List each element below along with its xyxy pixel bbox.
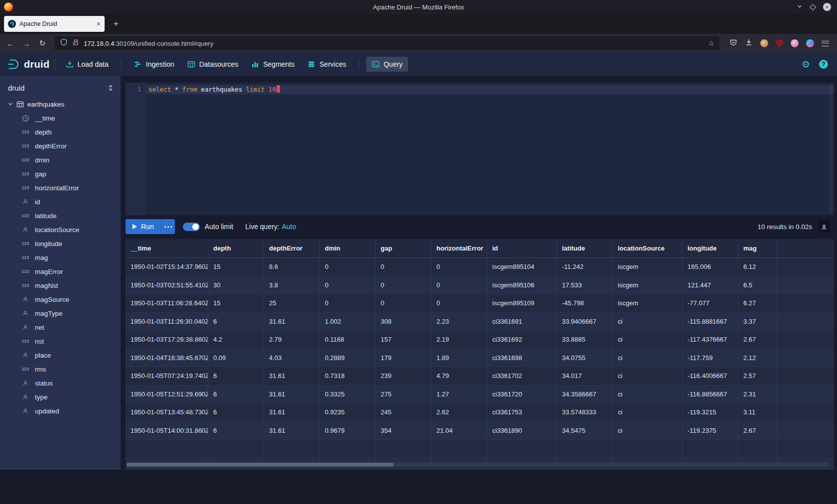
result-cell[interactable]: ci [613, 385, 683, 403]
result-cell[interactable]: 245 [376, 403, 431, 421]
result-cell[interactable]: 0 [320, 258, 376, 276]
result-cell[interactable]: -117.759 [683, 349, 738, 367]
result-cell[interactable]: 31.61 [264, 313, 320, 331]
window-close-icon[interactable]: × [823, 3, 831, 11]
column-gap[interactable]: 123gap [0, 167, 121, 181]
result-cell[interactable]: 31.61 [264, 403, 320, 421]
help-icon[interactable] [819, 60, 828, 69]
insecure-lock-icon[interactable] [72, 38, 80, 48]
result-cell[interactable]: 33.5748333 [557, 403, 613, 421]
result-cell[interactable]: 6 [208, 422, 264, 440]
result-cell[interactable]: 25 [264, 294, 320, 312]
result-cell[interactable]: 239 [376, 367, 431, 385]
result-cell[interactable]: 1950-01-03T11:26:30.040Z [126, 313, 208, 331]
scrollbar-thumb[interactable] [127, 463, 394, 467]
column-header-gap[interactable]: gap [376, 239, 431, 257]
result-cell[interactable]: 2.23 [431, 313, 487, 331]
result-cell[interactable]: ci [613, 349, 683, 367]
result-cell[interactable]: ci [613, 313, 683, 331]
result-cell[interactable]: 0 [376, 294, 431, 312]
result-cell[interactable]: 0 [431, 294, 487, 312]
column-magType[interactable]: AmagType [0, 306, 121, 320]
live-query-value[interactable]: Auto [282, 223, 296, 231]
result-cell[interactable]: 2.19 [431, 331, 487, 349]
column-header-depth[interactable]: depth [208, 239, 264, 257]
column-__time[interactable]: __time [0, 111, 121, 125]
result-cell[interactable]: 33.8885 [557, 331, 613, 349]
result-cell[interactable]: 30 [208, 276, 264, 294]
column-dmin[interactable]: 123dmin [0, 153, 121, 167]
result-cell[interactable]: 2.57 [738, 367, 777, 385]
nav-load-data[interactable]: Load data [60, 57, 114, 72]
result-cell[interactable]: 354 [376, 422, 431, 440]
column-type[interactable]: Atype [0, 390, 121, 404]
result-cell[interactable]: 121.447 [683, 276, 738, 294]
result-cell[interactable]: 6 [208, 367, 264, 385]
result-cell[interactable]: 1950-01-05T12:51:29.690Z [126, 385, 208, 403]
result-cell[interactable]: iscgem895109 [487, 294, 557, 312]
extension-b-icon[interactable] [791, 39, 799, 47]
column-header-__time[interactable]: __time [126, 239, 208, 257]
column-header-mag[interactable]: mag [738, 239, 777, 257]
result-cell[interactable]: 4.2 [208, 331, 264, 349]
result-cell[interactable]: 31.61 [264, 385, 320, 403]
window-maximize-icon[interactable] [810, 4, 816, 10]
result-cell[interactable]: 0 [376, 258, 431, 276]
result-cell[interactable]: 2.67 [738, 331, 777, 349]
column-header-id[interactable]: id [487, 239, 557, 257]
result-cell[interactable]: 1.002 [320, 313, 376, 331]
column-horizontalError[interactable]: 123horizontalError [0, 181, 121, 195]
column-header-latitude[interactable]: latitude [557, 239, 613, 257]
result-cell[interactable]: 2.67 [738, 422, 777, 440]
result-cell[interactable]: ci [613, 403, 683, 421]
result-cell[interactable]: 0.2889 [320, 349, 376, 367]
result-cell[interactable]: ci3361691 [487, 313, 557, 331]
result-cell[interactable]: 1950-01-03T02:51:55.410Z [126, 276, 208, 294]
column-header-dmin[interactable]: dmin [320, 239, 376, 257]
result-cell[interactable]: 31.61 [264, 422, 320, 440]
result-cell[interactable]: 34.017 [557, 367, 613, 385]
nav-query[interactable]: Query [366, 57, 408, 72]
result-cell[interactable]: 6 [208, 403, 264, 421]
result-cell[interactable]: 34.3586667 [557, 385, 613, 403]
nav-services[interactable]: Services [302, 57, 352, 72]
result-cell[interactable]: 6 [208, 313, 264, 331]
result-cell[interactable]: 3.8 [264, 276, 320, 294]
column-nst[interactable]: 123nst [0, 334, 121, 348]
result-cell[interactable]: 1950-01-02T15:14:37.960Z [126, 258, 208, 276]
column-magError[interactable]: 123magError [0, 264, 121, 278]
sql-editor[interactable]: 1 select * from earthquakes limit 10 [126, 83, 834, 215]
result-cell[interactable]: iscgem895104 [487, 258, 557, 276]
result-cell[interactable]: 0.7318 [320, 367, 376, 385]
back-icon[interactable]: ← [3, 36, 18, 50]
forward-icon[interactable]: → [19, 36, 34, 50]
result-cell[interactable]: 157 [376, 331, 431, 349]
column-id[interactable]: Aid [0, 195, 121, 209]
result-cell[interactable]: 0.9679 [320, 422, 376, 440]
result-cell[interactable]: iscgem [613, 258, 683, 276]
result-cell[interactable]: 3.11 [738, 403, 777, 421]
result-cell[interactable]: -45.798 [557, 294, 613, 312]
nav-ingestion[interactable]: Ingestion [129, 57, 180, 72]
result-cell[interactable]: 1950-01-05T13:45:48.730Z [126, 403, 208, 421]
code-area[interactable]: select * from earthquakes limit 10 [145, 83, 834, 215]
result-cell[interactable]: 3.37 [738, 313, 777, 331]
column-place[interactable]: Aplace [0, 348, 121, 362]
url-text[interactable]: 172.18.0.4:30109/unified-console.html#qu… [84, 40, 704, 47]
double-caret-icon[interactable] [109, 85, 113, 91]
menu-icon[interactable] [822, 41, 829, 46]
result-cell[interactable]: -115.8881667 [683, 313, 738, 331]
settings-gear-icon[interactable]: ⚙ [802, 60, 810, 69]
column-header-horizontalError[interactable]: horizontalError [431, 239, 487, 257]
result-cell[interactable]: 1.27 [431, 385, 487, 403]
result-cell[interactable]: 6.12 [738, 258, 777, 276]
tracking-shield-icon[interactable] [60, 38, 68, 48]
result-cell[interactable]: 34.0755 [557, 349, 613, 367]
ublock-icon[interactable] [776, 39, 783, 47]
result-cell[interactable]: 1.89 [431, 349, 487, 367]
column-depthError[interactable]: 123depthError [0, 139, 121, 153]
column-header-depthError[interactable]: depthError [264, 239, 320, 257]
chevron-down-icon[interactable] [8, 102, 13, 107]
result-cell[interactable]: 1950-01-04T16:38:45.670Z [126, 349, 208, 367]
result-cell[interactable]: ci [613, 422, 683, 440]
